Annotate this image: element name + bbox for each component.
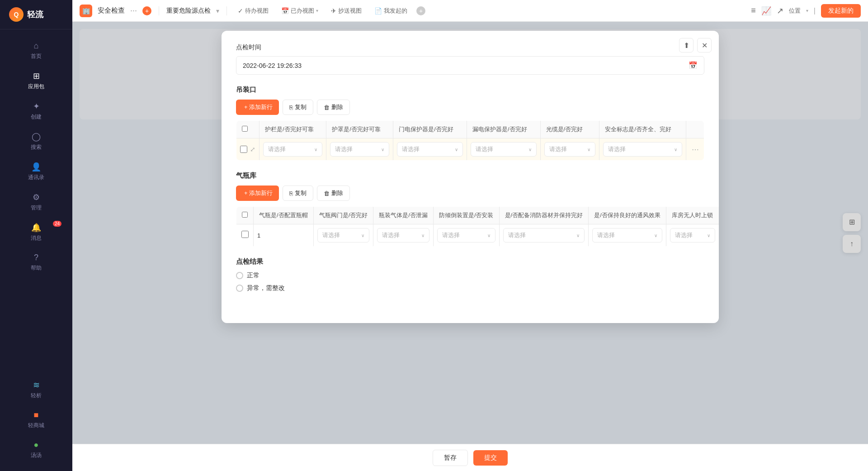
- sidebar-item-home[interactable]: ⌂ 首页: [0, 37, 72, 65]
- crane-row1-cell4: 请选择 ∨: [467, 138, 540, 161]
- app-name: 轻流: [27, 9, 43, 20]
- gas-row1-cell3: 请选择 ∨: [373, 224, 434, 247]
- submit-button[interactable]: 提交: [473, 450, 508, 466]
- sidebar-item-contacts[interactable]: 👤 通讯录: [0, 157, 72, 186]
- gas-th-7: 库房无人时上锁: [666, 207, 719, 224]
- sidebar-item-help[interactable]: ? 帮助: [0, 248, 72, 276]
- breadcrumb-dropdown-icon[interactable]: ▾: [216, 7, 219, 14]
- publish-button[interactable]: 发起新的: [821, 4, 861, 18]
- crane-row1-select5[interactable]: 请选择 ∨: [544, 142, 596, 157]
- crane-port-copy-button[interactable]: ⎘ 复制: [283, 100, 313, 115]
- gas-storage-add-label: + 添加新行: [244, 189, 273, 197]
- crane-th-2: 护罩是/否完好可靠: [326, 121, 393, 138]
- dialog: ⬆ ✕ 点检时间 2022-06-22 19:26:33 📅 吊: [222, 31, 719, 323]
- dialog-header-buttons: ⬆ ✕: [679, 38, 712, 52]
- datetime-input[interactable]: 2022-06-22 19:26:33 📅: [236, 56, 704, 75]
- topbar-position-label: 位置: [789, 7, 801, 15]
- crane-th-6: 安全标志是/否齐全、完好: [599, 121, 686, 138]
- crane-row1-select1-placeholder: 请选择: [268, 145, 286, 153]
- crane-row1-select2[interactable]: 请选择 ∨: [330, 142, 389, 157]
- gas-row1-select2-arrow: ∨: [361, 233, 364, 238]
- topbar-more-button[interactable]: ···: [130, 6, 137, 15]
- radio-normal-circle: [236, 272, 243, 279]
- crane-row1-select6[interactable]: 请选择 ∨: [603, 142, 682, 157]
- contacts-icon: 👤: [31, 162, 41, 172]
- dialog-close-button[interactable]: ✕: [697, 38, 712, 52]
- crane-th-3: 门电保护器是/否完好: [393, 121, 467, 138]
- position-dropdown-icon: ▾: [806, 8, 808, 13]
- topbar-view-done[interactable]: 📅 已办视图 ▾: [278, 5, 322, 17]
- gas-row1-select2[interactable]: 请选择 ∨: [317, 228, 370, 243]
- crane-row1-expand-icon[interactable]: ⤢: [250, 146, 255, 153]
- topbar-view-pending[interactable]: ✓ 待办视图: [234, 5, 272, 17]
- gas-row1-num: 1: [257, 232, 260, 239]
- topbar-add-button[interactable]: +: [142, 6, 151, 15]
- crane-port-copy-label: 复制: [295, 103, 307, 111]
- app-logo-icon: Q: [9, 7, 24, 22]
- datetime-section: 点检时间 2022-06-22 19:26:33 📅: [236, 43, 704, 75]
- crane-row1-cell2: 请选择 ∨: [326, 138, 393, 161]
- sidebar-item-search[interactable]: ◯ 搜索: [0, 127, 72, 156]
- gas-row1-select3[interactable]: 请选择 ∨: [377, 228, 429, 243]
- gas-storage-copy-button[interactable]: ⎘ 复制: [283, 186, 313, 201]
- crane-row1-select5-arrow: ∨: [587, 147, 590, 152]
- sidebar-item-apps[interactable]: ⊞ 应用包: [0, 67, 72, 95]
- sidebar-item-profile[interactable]: ● 汤汤: [0, 436, 72, 464]
- sidebar-bottom: ≋ 轻析 ■ 轻商城 ● 汤汤: [0, 368, 72, 471]
- crane-row1-select4-placeholder: 请选择: [476, 145, 493, 153]
- gas-storage-delete-button[interactable]: 🗑 删除: [317, 186, 350, 201]
- crane-row1-select6-placeholder: 请选择: [608, 145, 626, 153]
- copy-icon: ⎘: [289, 104, 293, 111]
- crane-row1-select1[interactable]: 请选择 ∨: [263, 142, 322, 157]
- crane-select-all-checkbox[interactable]: [242, 126, 248, 132]
- crane-row1-select5-placeholder: 请选择: [549, 145, 567, 153]
- crane-row1-more-icon[interactable]: ⋯: [692, 146, 699, 153]
- crane-row1-select4[interactable]: 请选择 ∨: [471, 142, 537, 157]
- bottom-bar: 暂存 提交: [72, 444, 868, 471]
- crane-row1-cell6: 请选择 ∨: [599, 138, 686, 161]
- save-draft-button[interactable]: 暂存: [433, 450, 468, 466]
- radio-abnormal-label: 异常，需整改: [247, 284, 285, 292]
- gas-row1-cell6: 请选择 ∨: [589, 224, 666, 247]
- result-radio-normal[interactable]: 正常: [236, 271, 704, 280]
- topbar-view-cc[interactable]: ✈ 抄送视图: [327, 5, 365, 17]
- result-radio-abnormal[interactable]: 异常，需整改: [236, 284, 704, 292]
- gas-storage-add-button[interactable]: + 添加新行: [236, 186, 279, 201]
- topbar-view-mine[interactable]: 📄 我发起的: [371, 5, 411, 17]
- help-icon: ?: [34, 253, 38, 262]
- crane-row1-cell3: 请选择 ∨: [393, 138, 467, 161]
- gas-row1-checkbox-cell: [236, 224, 254, 247]
- gas-select-all-checkbox[interactable]: [242, 212, 248, 218]
- dialog-share-button[interactable]: ⬆: [679, 38, 693, 52]
- gas-row1-select6[interactable]: 请选择 ∨: [592, 228, 662, 243]
- gas-th-2: 气瓶阀门是/否完好: [313, 207, 373, 224]
- gas-row1-checkbox[interactable]: [241, 231, 249, 238]
- gas-row1-select5[interactable]: 请选择 ∨: [503, 228, 585, 243]
- sidebar-item-manage[interactable]: ⚙ 管理: [0, 188, 72, 216]
- sidebar-item-messages[interactable]: 🔔 24 消息: [0, 218, 72, 247]
- crane-port-add-button[interactable]: + 添加新行: [236, 100, 279, 115]
- sidebar-item-shop[interactable]: ■ 轻商城: [0, 406, 72, 434]
- sidebar: Q 轻流 ⌂ 首页 ⊞ 应用包 ✦ 创建 ◯ 搜索 👤 通讯录 ⚙ 管理 🔔: [0, 0, 72, 471]
- crane-row1-checkbox[interactable]: [240, 146, 247, 153]
- gas-row1-select4[interactable]: 请选择 ∨: [437, 228, 495, 243]
- gas-row-1: 1 请选择 ∨ 请选择: [236, 224, 719, 247]
- gas-row1-select7[interactable]: 请选择 ∨: [670, 228, 715, 243]
- gas-th-3: 瓶装气体是/否泄漏: [373, 207, 434, 224]
- gas-row1-select7-arrow: ∨: [707, 233, 710, 238]
- sidebar-item-analytics[interactable]: ≋ 轻析: [0, 376, 72, 404]
- topbar-list-icon[interactable]: ≡: [751, 6, 756, 15]
- topbar-app-title: 安全检查: [98, 6, 125, 15]
- footer-spacer: [236, 301, 704, 310]
- sidebar-item-create[interactable]: ✦ 创建: [0, 97, 72, 125]
- gas-row1-cell4: 请选择 ∨: [433, 224, 499, 247]
- crane-port-delete-button[interactable]: 🗑 删除: [317, 100, 350, 115]
- topbar-add-view-button[interactable]: +: [416, 6, 425, 15]
- gas-row1-cell2: 请选择 ∨: [313, 224, 373, 247]
- crane-row1-select3[interactable]: 请选择 ∨: [397, 142, 463, 157]
- topbar-chart-icon[interactable]: 📈: [761, 6, 771, 16]
- sidebar-item-label-contacts: 通讯录: [28, 174, 44, 181]
- topbar-export-icon[interactable]: ↗: [777, 6, 783, 16]
- apps-icon: ⊞: [33, 71, 40, 81]
- gas-row1-select3-placeholder: 请选择: [382, 231, 400, 239]
